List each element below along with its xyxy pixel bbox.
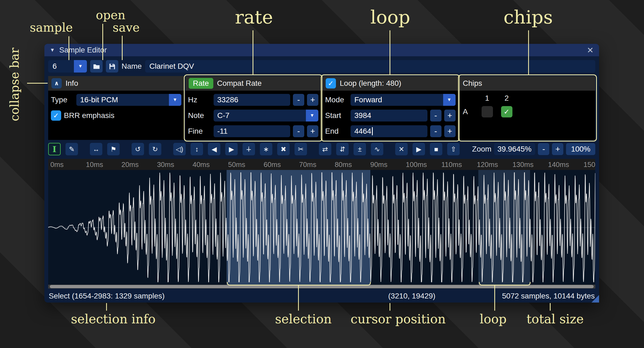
zoom-input[interactable]: 39.9645% (494, 143, 535, 155)
filter-button[interactable]: ∿ (371, 143, 383, 155)
sample-number-value: 6 (48, 60, 74, 73)
type-select[interactable]: 16-bit PCM ▼ (76, 94, 181, 106)
fade-in-button[interactable]: ◀ (208, 143, 220, 155)
zoom-reset-button[interactable]: 100% (566, 143, 595, 155)
annotation-label-rate: rate (235, 6, 273, 28)
stop-preview-button[interactable]: ■ (430, 143, 442, 155)
panels-row: ∧ Info Type 16-bit PCM ▼ ✓ (48, 76, 595, 140)
fine-minus-button[interactable]: - (293, 125, 304, 137)
open-button[interactable] (90, 60, 103, 73)
preview-button[interactable]: ▶ (413, 143, 425, 155)
resample-button[interactable]: ⚑ (107, 143, 120, 155)
chips-column-2-label: 2 (497, 94, 516, 103)
fine-label: Fine (188, 127, 211, 136)
check-icon: ✓ (53, 111, 59, 120)
resize-grip[interactable] (591, 295, 599, 303)
hz-plus-button[interactable]: + (307, 94, 318, 106)
redo-button[interactable]: ↻ (149, 143, 161, 155)
collapse-chevron-icon[interactable]: ∧ (51, 78, 62, 88)
fine-input[interactable]: -11 (214, 125, 290, 137)
sample-editor-window: ▼ Sample Editor ✕ 6 ▼ (44, 44, 599, 303)
trim-button[interactable]: ✂ (295, 143, 307, 155)
check-icon: ✓ (504, 108, 510, 116)
window-collapse-icon[interactable]: ▼ (50, 47, 55, 53)
timeline-ruler: 0ms10ms20ms30ms40ms50ms60ms70ms80ms90ms1… (48, 159, 595, 170)
loop-start-value: 3984 (354, 111, 371, 120)
undo-button[interactable]: ↺ (132, 143, 144, 155)
chips-column-1-label: 1 (478, 94, 497, 103)
loop-start-label: Start (325, 111, 348, 120)
crossfade-button[interactable]: ✕ (395, 143, 408, 155)
chips-panel-title: Chips (463, 79, 482, 88)
brr-emphasis-checkbox[interactable]: ✓ (51, 110, 61, 121)
loop-start-minus-button[interactable]: - (430, 110, 442, 122)
annotation-line-rate (253, 30, 253, 75)
zoom-plus-button[interactable]: + (552, 143, 563, 155)
create-wavetable-button[interactable]: ⇧ (447, 143, 460, 155)
edit-draw-button[interactable]: ✎ (66, 143, 78, 155)
waveform-display[interactable] (48, 170, 595, 285)
timeline-label: 80ms (335, 160, 352, 169)
hz-value: 33286 (217, 96, 238, 104)
loop-end-plus-button[interactable]: + (444, 125, 456, 137)
annotation-line-sample (68, 36, 69, 60)
waveform-svg (48, 170, 595, 285)
sign-button[interactable]: ± (354, 143, 366, 155)
amplify-button[interactable]: ◁) (173, 143, 186, 155)
hz-input[interactable]: 33286 (214, 94, 290, 106)
sample-number-select[interactable]: 6 ▼ (48, 60, 87, 73)
note-select[interactable]: C-7 ▼ (214, 110, 319, 122)
annotation-line-total-size (550, 303, 551, 311)
name-label: Name (122, 62, 142, 71)
annotation-bracket-selection (227, 282, 371, 285)
chip-1-checkbox[interactable] (482, 106, 493, 117)
waveform-path (48, 173, 595, 282)
titlebar[interactable]: ▼ Sample Editor ✕ (44, 44, 599, 56)
loop-mode-select[interactable]: Forward ▼ (351, 94, 456, 106)
edit-select-button[interactable]: I (48, 143, 61, 155)
timeline-label: 110ms (441, 160, 462, 169)
save-button[interactable] (106, 60, 118, 73)
loop-end-input[interactable]: 4464 (351, 125, 427, 137)
loop-mode-value: Forward (351, 96, 443, 104)
reverse-button[interactable]: ⇄ (319, 143, 331, 155)
zoom-minus-button[interactable]: - (538, 143, 549, 155)
annotation-label-loop-bottom: loop (480, 312, 507, 326)
hz-minus-button[interactable]: - (293, 94, 304, 106)
loop-start-plus-button[interactable]: + (444, 110, 456, 122)
loop-end-minus-button[interactable]: - (430, 125, 442, 137)
info-panel: ∧ Info Type 16-bit PCM ▼ ✓ (48, 76, 184, 140)
chips-panel-header: Chips (460, 76, 596, 91)
statusbar: Select (1654-2983: 1329 samples) (3210, … (48, 288, 595, 303)
annotation-line-selection (298, 285, 299, 311)
desktop-background: ▼ Sample Editor ✕ 6 ▼ (0, 0, 644, 348)
loop-end-label: End (325, 127, 348, 136)
rate-button[interactable]: Rate (189, 78, 213, 89)
sample-toolbar: I✎↔⚑↺↻◁)↕◀▶∔∗✖✂⇄⇵±∿✕▶■⇧ Zoom 39.9645% - … (48, 143, 595, 155)
timeline-label: 20ms (122, 160, 139, 169)
annotation-line-open (102, 24, 103, 60)
chevron-down-icon[interactable]: ▼ (74, 60, 87, 73)
normalize-button[interactable]: ↕ (191, 143, 203, 155)
window-content: 6 ▼ Name Clarinet DQV (44, 56, 599, 303)
timeline-label: 40ms (192, 160, 210, 169)
apply-silence-button[interactable]: ∗ (260, 143, 272, 155)
timeline-label: 120ms (477, 160, 498, 169)
cursor-position-text: (3210, 19429) (388, 292, 435, 300)
delete-button[interactable]: ✖ (277, 143, 290, 155)
fine-plus-button[interactable]: + (307, 125, 318, 137)
zoom-cluster: Zoom 39.9645% - + 100% (472, 143, 595, 155)
annotation-label-total-size: total size (527, 312, 584, 326)
chips-grid: 1 2 A ✓ (460, 91, 596, 121)
fade-out-button[interactable]: ▶ (225, 143, 238, 155)
annotation-label-selection: selection (275, 312, 332, 326)
loop-start-input[interactable]: 3984 (351, 110, 427, 122)
insert-silence-button[interactable]: ∔ (243, 143, 255, 155)
brr-emphasis-label: BRR emphasis (64, 111, 115, 120)
chip-2-checkbox[interactable]: ✓ (501, 106, 512, 117)
resize-button[interactable]: ↔ (90, 143, 102, 155)
invert-button[interactable]: ⇵ (336, 143, 349, 155)
name-input[interactable]: Clarinet DQV (145, 60, 595, 73)
loop-enable-checkbox[interactable]: ✓ (326, 78, 336, 88)
close-icon[interactable]: ✕ (587, 45, 594, 55)
